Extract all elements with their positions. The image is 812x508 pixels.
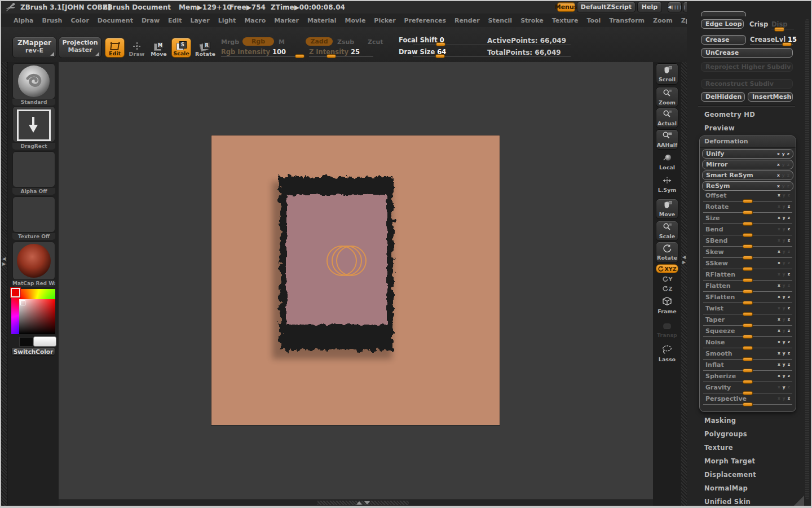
- axes-indicator[interactable]: xyz: [778, 317, 790, 322]
- deformation-taper[interactable]: Taperxyz: [702, 315, 793, 326]
- section-unified-skin[interactable]: Unified Skin: [704, 498, 751, 506]
- m-toggle[interactable]: M: [279, 38, 285, 46]
- actual-button[interactable]: Actual: [656, 108, 678, 128]
- zmapper-button[interactable]: ZMapperrev-E: [12, 37, 56, 58]
- right-tray-splitter[interactable]: ◀▶: [681, 62, 687, 506]
- menu-brush[interactable]: Brush: [42, 17, 62, 24]
- scroll-up-icon[interactable]: [356, 501, 362, 505]
- axes-indicator[interactable]: xyz: [778, 238, 790, 243]
- help-button[interactable]: Help: [637, 2, 662, 12]
- menu-alpha[interactable]: Alpha: [14, 17, 33, 24]
- lasso-button[interactable]: Lasso: [656, 343, 678, 364]
- mrgb-toggle[interactable]: Mrgb: [221, 38, 239, 46]
- deformation-bend[interactable]: Bendxyz: [702, 225, 793, 236]
- draw-size-slider-handle[interactable]: [435, 54, 445, 58]
- axes-indicator[interactable]: xyz: [778, 305, 790, 310]
- axes-indicator[interactable]: xyz: [778, 260, 790, 265]
- scale-button[interactable]: Scale: [656, 221, 678, 241]
- canvas-viewport[interactable]: [59, 62, 653, 500]
- menu-render[interactable]: Render: [454, 17, 480, 24]
- xyz-button[interactable]: XYZ: [656, 264, 678, 273]
- zsub-toggle[interactable]: Zsub: [337, 38, 354, 46]
- frame-button[interactable]: Frame: [656, 295, 678, 316]
- aahalf-button[interactable]: AAHalf: [656, 129, 678, 150]
- y-button[interactable]: Y: [656, 275, 678, 283]
- l-sym-button[interactable]: L.Sym: [656, 174, 678, 195]
- deformation-offset[interactable]: Offsetxyz: [702, 191, 793, 202]
- axes-indicator[interactable]: xyz: [777, 173, 789, 178]
- axes-indicator[interactable]: xyz: [778, 283, 790, 288]
- menu-zoom[interactable]: Zoom: [653, 17, 673, 24]
- rgb-intensity-slider-track[interactable]: [221, 56, 304, 57]
- crisp-toggle[interactable]: Crisp: [749, 20, 768, 28]
- section-preview[interactable]: Preview: [704, 124, 735, 132]
- tray-scrollbar[interactable]: [805, 19, 809, 499]
- deformation-twist[interactable]: Twistxyz: [702, 304, 793, 315]
- crease-lvl-slider-handle[interactable]: [782, 42, 792, 46]
- section-texture[interactable]: Texture: [704, 444, 733, 452]
- draw-mode-button[interactable]: Draw: [127, 38, 147, 58]
- current-color-swatch[interactable]: [11, 288, 20, 297]
- gradient-color-swatch[interactable]: [33, 336, 56, 347]
- current-stroke-thumb[interactable]: [12, 106, 55, 142]
- zadd-toggle[interactable]: Zadd: [306, 37, 333, 46]
- axes-indicator[interactable]: xyz: [777, 151, 789, 156]
- shrink-left-tray-button[interactable]: ◀❘❘❘❘: [668, 2, 682, 12]
- scale-mode-button[interactable]: S Scale: [171, 38, 191, 58]
- menu-texture[interactable]: Texture: [552, 17, 579, 24]
- axes-indicator[interactable]: xyz: [778, 192, 790, 198]
- axes-indicator[interactable]: xyz: [778, 384, 790, 389]
- current-material-thumb[interactable]: [12, 242, 55, 280]
- section-polygroups[interactable]: Polygroups: [704, 430, 747, 438]
- scroll-down-icon[interactable]: [364, 501, 370, 505]
- deformation-rflatten[interactable]: RFlattenxyz: [702, 270, 793, 281]
- reproject-higher-subdiv-button[interactable]: Reproject Higher Subdiv: [701, 62, 793, 72]
- axes-indicator[interactable]: xyz: [778, 204, 790, 209]
- deformation-flatten[interactable]: Flattenxyz: [702, 281, 793, 292]
- left-tray-splitter[interactable]: ◀▶: [1, 62, 7, 506]
- axes-indicator[interactable]: xyz: [778, 271, 790, 277]
- menu-color[interactable]: Color: [70, 17, 89, 24]
- rgb-intensity-slider-label[interactable]: Rgb Intensity 100: [221, 48, 286, 56]
- deformation-sskew[interactable]: SSkewxyz: [702, 259, 793, 270]
- section-displacement[interactable]: Displacement: [704, 471, 756, 479]
- menu-layer[interactable]: Layer: [190, 17, 209, 24]
- deformation-smart-resym[interactable]: Smart ReSymxyz: [702, 170, 793, 180]
- resize-corner-icon[interactable]: [794, 496, 804, 506]
- deformation-skew[interactable]: Skewxyz: [702, 247, 793, 259]
- menu-document[interactable]: Document: [98, 17, 133, 24]
- menu-light[interactable]: Light: [218, 17, 236, 24]
- focal-shift-slider-handle[interactable]: [436, 42, 445, 46]
- deformation-spherize[interactable]: Spherizexyz: [702, 371, 793, 383]
- menu-stroke[interactable]: Stroke: [520, 17, 544, 24]
- axes-indicator[interactable]: xyz: [778, 373, 790, 378]
- axes-indicator[interactable]: xyz: [778, 351, 790, 356]
- current-brush-thumb[interactable]: [12, 63, 55, 99]
- axes-indicator[interactable]: xyz: [778, 362, 790, 367]
- menu-marker[interactable]: Marker: [274, 17, 299, 24]
- menu-edit[interactable]: Edit: [168, 17, 182, 24]
- reconstruct-subdiv-button[interactable]: Reconstruct Subdiv: [701, 79, 793, 89]
- axes-indicator[interactable]: xyz: [777, 162, 789, 167]
- axes-indicator[interactable]: xyz: [778, 294, 790, 299]
- scroll-button[interactable]: Scroll: [656, 63, 678, 85]
- menu-macro[interactable]: Macro: [244, 17, 266, 24]
- uncrease-button[interactable]: UnCrease: [701, 48, 793, 58]
- section-normalmap[interactable]: NormalMap: [704, 484, 748, 492]
- z-intensity-slider-track[interactable]: [309, 56, 373, 57]
- document-canvas[interactable]: [211, 135, 500, 425]
- z-button[interactable]: Z: [656, 284, 678, 293]
- horizontal-scroll-handle[interactable]: [317, 501, 409, 505]
- section-geometry-hd[interactable]: Geometry HD: [704, 111, 755, 119]
- zcut-toggle[interactable]: Zcut: [368, 38, 383, 46]
- default-zscript-button[interactable]: DefaultZScript: [577, 2, 636, 12]
- deformation-squeeze[interactable]: Squeezexyz: [702, 326, 793, 338]
- projection-master-button[interactable]: ProjectionMaster: [59, 37, 102, 58]
- axes-indicator[interactable]: xyz: [778, 215, 790, 220]
- horizontal-scrollbar[interactable]: [59, 500, 653, 506]
- deformation-size[interactable]: Sizexyz: [702, 213, 793, 225]
- rotate-button[interactable]: Rotate: [656, 242, 678, 263]
- menu-transform[interactable]: Transform: [609, 17, 645, 24]
- deformation-panel-header[interactable]: Deformation: [700, 136, 796, 148]
- deformation-smooth[interactable]: Smoothxyz: [702, 349, 793, 360]
